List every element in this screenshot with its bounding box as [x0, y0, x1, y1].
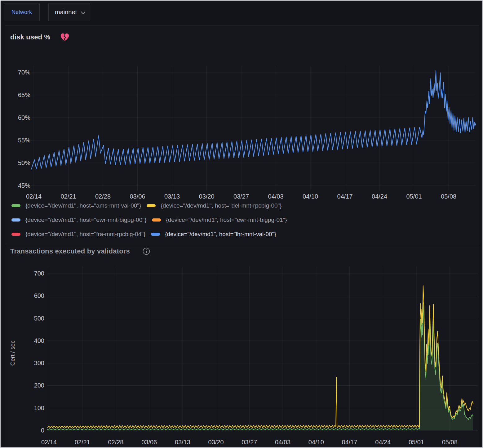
- panel-title-disk-used: disk used %: [10, 33, 50, 41]
- disk-used-legend: {device="/dev/md1", host="ams-mnt-val-00…: [11, 202, 293, 245]
- network-variable-box[interactable]: Network: [4, 3, 40, 21]
- svg-text:600: 600: [34, 292, 44, 299]
- svg-text:45%: 45%: [18, 182, 30, 189]
- svg-text:500: 500: [34, 315, 44, 322]
- svg-text:65%: 65%: [18, 92, 30, 98]
- svg-text:03/20: 03/20: [199, 193, 215, 200]
- svg-text:400: 400: [34, 337, 44, 344]
- svg-text:300: 300: [34, 360, 44, 366]
- y-axis-label: Cert / sec: [9, 340, 16, 365]
- legend-swatch-icon: [147, 204, 156, 207]
- svg-text:03/06: 03/06: [130, 193, 145, 200]
- svg-text:02/14: 02/14: [41, 439, 57, 446]
- legend-swatch-icon: [11, 233, 20, 236]
- svg-text:04/17: 04/17: [337, 193, 353, 200]
- legend-swatch-icon: [11, 218, 20, 222]
- legend-label: {device="/dev/md1", host="fra-mnt-rpcbig…: [25, 231, 145, 238]
- svg-text:04/10: 04/10: [303, 193, 318, 200]
- svg-text:03/06: 03/06: [141, 439, 157, 446]
- network-variable-value: mainnet: [49, 9, 79, 16]
- svg-text:03/13: 03/13: [164, 193, 180, 200]
- legend-item[interactable]: {device="/dev/md1", host="lhr-mnt-val-00…: [151, 231, 276, 238]
- legend-item[interactable]: {device="/dev/md1", host="ewr-mnt-bigpg-…: [11, 217, 146, 223]
- legend-swatch-icon: [151, 233, 160, 236]
- panel-disk-used: disk used % 45%50%55%60%65%70%02/1402/21…: [5, 25, 479, 245]
- svg-text:04/10: 04/10: [308, 439, 324, 446]
- legend-label: {device="/dev/md1", host="ewr-mnt-bigpg-…: [25, 217, 146, 223]
- svg-text:04/17: 04/17: [342, 439, 357, 446]
- broken-heart-icon: [60, 33, 69, 42]
- svg-text:04/03: 04/03: [268, 193, 284, 200]
- svg-text:02/21: 02/21: [75, 439, 90, 446]
- legend-row: {device="/dev/md1", host="ams-mnt-val-00…: [11, 202, 293, 209]
- panel-transactions: Transactions executed by validators 0100…: [5, 246, 479, 448]
- svg-text:100: 100: [34, 405, 44, 411]
- svg-text:700: 700: [34, 270, 44, 277]
- legend-item[interactable]: {device="/dev/md1", host="del-mnt-rpcbig…: [147, 202, 281, 209]
- svg-text:04/24: 04/24: [375, 439, 391, 446]
- svg-text:02/14: 02/14: [26, 193, 42, 200]
- legend-label: {device="/dev/md1", host="ewr-mnt-bigpg-…: [166, 217, 287, 223]
- network-variable-label: Network: [4, 9, 39, 16]
- svg-text:03/27: 03/27: [233, 193, 249, 200]
- svg-text:04/24: 04/24: [372, 193, 387, 200]
- legend-label: {device="/dev/md1", host="del-mnt-rpcbig…: [161, 202, 281, 209]
- svg-text:04/03: 04/03: [275, 439, 290, 446]
- svg-text:05/08: 05/08: [442, 439, 458, 446]
- legend-swatch-icon: [11, 204, 20, 207]
- info-icon[interactable]: [142, 247, 150, 255]
- svg-text:03/13: 03/13: [175, 439, 190, 446]
- svg-text:03/20: 03/20: [208, 439, 224, 446]
- svg-text:02/21: 02/21: [60, 193, 76, 200]
- legend-label: {device="/dev/md1", host="lhr-mnt-val-00…: [165, 231, 276, 238]
- legend-item[interactable]: {device="/dev/md1", host="ams-mnt-val-00…: [11, 202, 141, 209]
- svg-text:05/01: 05/01: [406, 193, 422, 200]
- legend-row: {device="/dev/md1", host="ewr-mnt-bigpg-…: [11, 216, 293, 224]
- chevron-down-icon: [81, 11, 86, 14]
- legend-item[interactable]: {device="/dev/md1", host="ewr-mnt-bigpg-…: [152, 217, 287, 223]
- dashboard-page: Network mainnet disk used % 45%50%55%60%…: [0, 0, 483, 448]
- svg-text:05/08: 05/08: [441, 193, 456, 200]
- svg-text:200: 200: [34, 382, 44, 389]
- svg-text:03/27: 03/27: [242, 439, 257, 446]
- legend-row: {device="/dev/md1", host="fra-mnt-rpcbig…: [11, 231, 293, 238]
- svg-text:02/28: 02/28: [95, 193, 111, 200]
- svg-text:60%: 60%: [18, 114, 30, 121]
- legend-label: {device="/dev/md1", host="ams-mnt-val-00…: [25, 202, 141, 209]
- transactions-chart[interactable]: 010020030040050060070002/1402/2102/2803/…: [5, 246, 479, 448]
- legend-item[interactable]: {device="/dev/md1", host="fra-mnt-rpcbig…: [11, 231, 145, 238]
- svg-text:55%: 55%: [18, 137, 30, 144]
- legend-swatch-icon: [152, 218, 161, 222]
- svg-text:02/28: 02/28: [108, 439, 123, 446]
- svg-text:50%: 50%: [18, 159, 30, 166]
- panel-title-transactions: Transactions executed by validators: [10, 247, 130, 255]
- svg-text:0: 0: [41, 427, 44, 434]
- svg-text:70%: 70%: [18, 69, 30, 76]
- network-variable-dropdown[interactable]: mainnet: [48, 3, 90, 21]
- svg-text:05/01: 05/01: [409, 439, 424, 446]
